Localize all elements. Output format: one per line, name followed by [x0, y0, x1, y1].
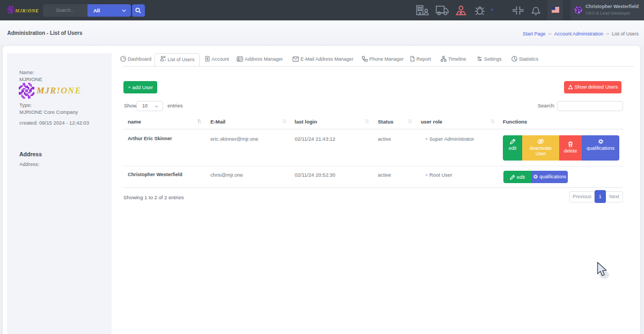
svg-text:MJR!ONE: MJR!ONE [36, 85, 82, 96]
svg-text:MJR!ONE: MJR!ONE [15, 8, 39, 13]
